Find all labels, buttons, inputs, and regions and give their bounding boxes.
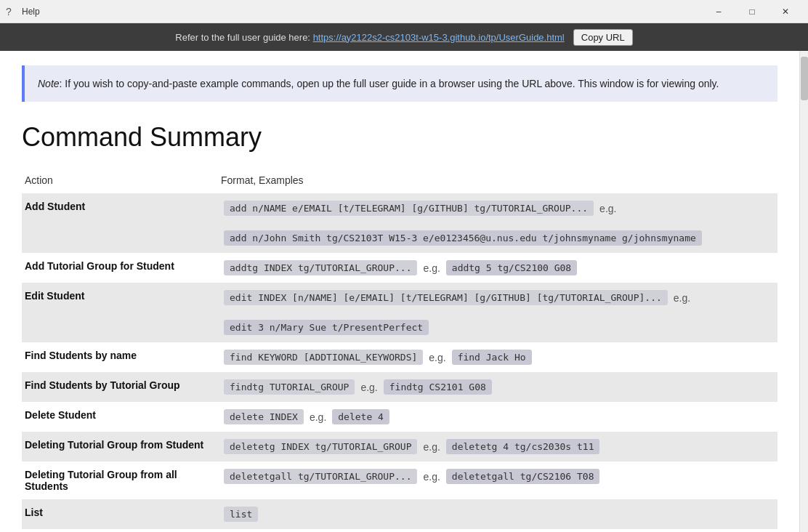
scrollbar-thumb	[801, 57, 808, 100]
command-example: edit 3 n/Mary Sue t/PresentPerfect	[224, 320, 429, 335]
close-button[interactable]: ✕	[769, 0, 802, 23]
table-action-cell	[22, 313, 218, 342]
copy-url-button[interactable]: Copy URL	[573, 29, 633, 46]
command-code: deletetgall tg/TUTORIAL_GROUP...	[224, 469, 417, 484]
scroll-area[interactable]: Note: If you wish to copy-and-paste exam…	[0, 51, 799, 532]
table-format-cell: addtg INDEX tg/TUTORIAL_GROUP...e.g.addt…	[218, 253, 777, 283]
eg-label: e.g.	[357, 382, 380, 393]
table-format-cell: find KEYWORD [ADDTIONAL_KEYWORDS]e.g.fin…	[218, 342, 777, 372]
table-action-cell: Deleting Tutorial Group from Student	[22, 432, 218, 462]
command-example: deletetg 4 tg/cs2030s t11	[446, 439, 600, 454]
table-format-cell: delete INDEXe.g.delete 4	[218, 402, 777, 432]
eg-label: e.g.	[426, 352, 448, 363]
url-link: https://ay2122s2-cs2103t-w15-3.github.io…	[313, 32, 565, 43]
command-code: deletetg INDEX tg/TUTORIAL_GROUP	[224, 439, 417, 454]
maximize-button[interactable]: □	[735, 0, 769, 23]
table-action-cell: List	[22, 499, 218, 529]
title-bar-controls: – □ ✕	[702, 0, 802, 23]
table-action-cell	[22, 223, 218, 253]
scrollbar[interactable]	[799, 51, 808, 532]
command-code: edit INDEX [n/NAME] [e/EMAIL] [t/TELEGRA…	[224, 290, 668, 305]
table-format-cell: edit INDEX [n/NAME] [e/EMAIL] [t/TELEGRA…	[218, 283, 777, 313]
table-action-cell: Edit Student	[22, 283, 218, 313]
col-action: Action	[22, 170, 218, 193]
command-table: Action Format, Examples Add Studentadd n…	[22, 170, 777, 529]
table-format-cell: add n/John Smith tg/CS2103T W15-3 e/e012…	[218, 223, 777, 253]
table-action-cell: Find Students by name	[22, 342, 218, 372]
note-box: Note: If you wish to copy-and-paste exam…	[22, 65, 777, 102]
command-example: deletetgall tg/CS2106 T08	[446, 469, 600, 484]
table-action-cell: Add Tutorial Group for Student	[22, 253, 218, 283]
command-code: addtg INDEX tg/TUTORIAL_GROUP...	[224, 260, 417, 275]
url-bar: Refer to the full user guide here: https…	[0, 23, 808, 51]
note-text: : If you wish to copy-and-paste example …	[60, 78, 719, 89]
table-format-cell: findtg TUTORIAL_GROUPe.g.findtg CS2101 G…	[218, 372, 777, 402]
minimize-button[interactable]: –	[702, 0, 735, 23]
eg-label: e.g.	[420, 262, 443, 274]
table-format-cell: add n/NAME e/EMAIL [t/TELEGRAM] [g/GITHU…	[218, 193, 777, 223]
main-content: Note: If you wish to copy-and-paste exam…	[0, 51, 808, 532]
command-example: find Jack Ho	[452, 350, 532, 365]
table-format-cell: deletetg INDEX tg/TUTORIAL_GROUPe.g.dele…	[218, 432, 777, 462]
table-action-cell: Add Student	[22, 193, 218, 223]
title-bar: ? Help – □ ✕	[0, 0, 808, 23]
command-example: addtg 5 tg/CS2100 G08	[446, 260, 577, 275]
eg-label: e.g.	[597, 203, 619, 214]
page-title: Command Summary	[22, 122, 777, 153]
url-refer-text: Refer to the full user guide here: https…	[175, 32, 565, 43]
eg-label: e.g.	[307, 411, 329, 423]
help-icon: ?	[6, 6, 17, 17]
table-action-cell: Deleting Tutorial Group from all Student…	[22, 462, 218, 499]
command-code: add n/NAME e/EMAIL [t/TELEGRAM] [g/GITHU…	[224, 201, 594, 216]
col-format: Format, Examples	[218, 170, 777, 193]
command-example: delete 4	[332, 409, 389, 424]
command-example: findtg CS2101 G08	[384, 379, 492, 395]
table-action-cell: Delete Student	[22, 402, 218, 432]
command-code: delete INDEX	[224, 409, 304, 424]
table-action-cell: Find Students by Tutorial Group	[22, 372, 218, 402]
title-bar-text: Help	[22, 7, 702, 17]
command-example: add n/John Smith tg/CS2103T W15-3 e/e012…	[224, 230, 702, 246]
eg-label: e.g.	[420, 471, 443, 483]
table-format-cell: list	[218, 499, 777, 529]
command-code: find KEYWORD [ADDTIONAL_KEYWORDS]	[224, 350, 423, 365]
eg-label: e.g.	[671, 292, 693, 304]
command-code: list	[224, 507, 258, 522]
note-bold: Note	[38, 78, 60, 89]
table-format-cell: edit 3 n/Mary Sue t/PresentPerfect	[218, 313, 777, 342]
eg-label: e.g.	[420, 441, 443, 453]
command-code: findtg TUTORIAL_GROUP	[224, 379, 355, 395]
table-format-cell: deletetgall tg/TUTORIAL_GROUP...e.g.dele…	[218, 462, 777, 499]
